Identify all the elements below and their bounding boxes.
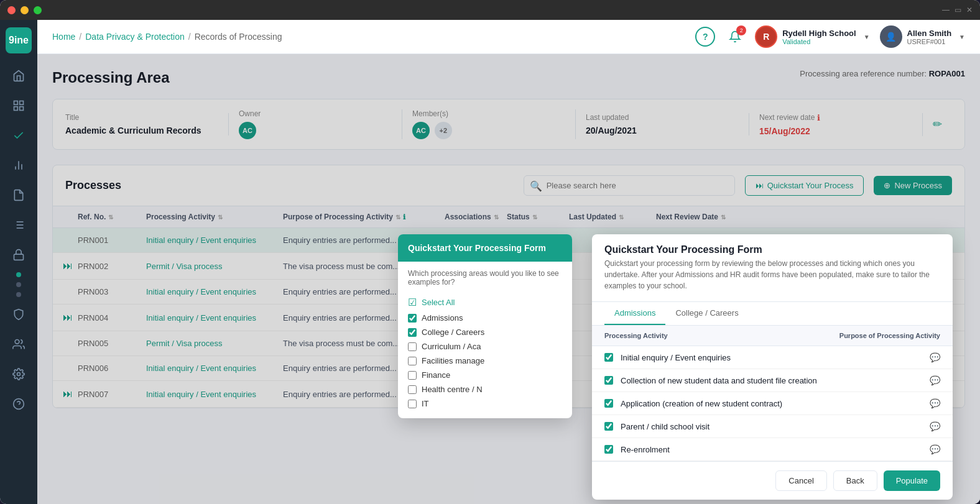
page-content: Processing Area Processing area referenc…: [37, 54, 980, 504]
modal-row-icon-3: 💬: [930, 398, 940, 408]
breadcrumb-sep-1: /: [79, 32, 81, 42]
checkbox-it[interactable]: IT: [408, 396, 562, 411]
main-modal-header: Quickstart Your Processing Form Quicksta…: [592, 234, 953, 302]
quickstart-panel-header: Quickstart Your Processing Form: [398, 234, 572, 262]
svg-rect-1: [20, 101, 24, 105]
svg-rect-2: [14, 107, 18, 111]
sidebar-item-shield[interactable]: [6, 302, 31, 327]
modal-row-4[interactable]: Parent / child school visit 💬: [592, 415, 953, 438]
svg-rect-3: [20, 107, 24, 111]
sidebar-item-tasks[interactable]: [6, 123, 31, 148]
school-status: Validated: [782, 38, 856, 45]
sidebar-dot-1: [16, 282, 21, 287]
svg-point-15: [17, 373, 21, 376]
back-button[interactable]: Back: [833, 470, 877, 491]
main-modal: Quickstart Your Processing Form Quicksta…: [592, 234, 953, 500]
modal-row-text-5: Re-enrolment: [621, 445, 922, 454]
sidebar-item-dashboard[interactable]: [6, 93, 31, 118]
breadcrumb: Home / Data Privacy & Protection / Recor…: [52, 32, 685, 42]
tab-admissions[interactable]: Admissions: [604, 302, 665, 325]
minimize-icon[interactable]: —: [942, 6, 950, 14]
user-ref: USREF#001: [907, 38, 952, 45]
modal-row-2[interactable]: Collection of new student data and stude…: [592, 369, 953, 392]
school-name: Rydell High School: [782, 29, 856, 38]
modal-row-text-3: Application (creation of new student con…: [621, 399, 922, 408]
sidebar-item-help[interactable]: [6, 392, 31, 416]
modal-row-5[interactable]: Re-enrolment 💬: [592, 438, 953, 461]
user-text: Allen Smith USREF#001: [907, 29, 952, 45]
svg-rect-0: [14, 101, 18, 105]
svg-point-14: [15, 340, 19, 344]
modal-row-1[interactable]: Initial enquiry / Event enquiries 💬: [592, 346, 953, 369]
modal-checkbox-3[interactable]: [604, 399, 613, 408]
notification-badge: 2: [736, 25, 746, 35]
main-modal-subtitle: Quickstart your processing form by revie…: [604, 258, 940, 291]
modal-row-text-2: Collection of new student data and stude…: [621, 376, 922, 385]
main-modal-title: Quickstart Your Processing Form: [604, 244, 940, 255]
modal-checkbox-4[interactable]: [604, 422, 613, 431]
modal-checkbox-1[interactable]: [604, 353, 613, 362]
help-button[interactable]: ?: [695, 27, 715, 47]
modal-checkbox-2[interactable]: [604, 376, 613, 385]
sidebar-item-lock[interactable]: [6, 242, 31, 267]
tab-college[interactable]: College / Careers: [665, 302, 748, 325]
quickstart-panel-body: Which processing areas would you like to…: [398, 262, 572, 418]
app-logo: 9ine: [6, 27, 32, 53]
sidebar-item-reports[interactable]: [6, 153, 31, 178]
sidebar-item-list[interactable]: [6, 213, 31, 237]
breadcrumb-privacy[interactable]: Data Privacy & Protection: [85, 32, 185, 42]
school-selector[interactable]: R Rydell High School Validated ▼: [755, 25, 869, 48]
notification-button[interactable]: 2: [725, 27, 745, 47]
sidebar-item-documents[interactable]: [6, 183, 31, 208]
modal-checkbox-5[interactable]: [604, 445, 613, 454]
checkbox-admissions[interactable]: Admissions: [408, 311, 562, 325]
user-selector[interactable]: 👤 Allen Smith USREF#001 ▼: [880, 25, 965, 48]
modal-container: Quickstart Your Processing Form Which pr…: [398, 234, 953, 500]
sidebar-dot-2: [16, 292, 21, 297]
checkbox-college[interactable]: College / Careers: [408, 325, 562, 339]
checkbox-curriculum[interactable]: Curriculum / Aca: [408, 339, 562, 354]
main-content: Home / Data Privacy & Protection / Recor…: [37, 20, 980, 504]
topbar: Home / Data Privacy & Protection / Recor…: [37, 20, 980, 54]
user-chevron: ▼: [959, 34, 965, 40]
sidebar-dot-active: [16, 272, 21, 277]
topbar-actions: ? 2 R Rydell High School Validated ▼: [695, 25, 965, 48]
checkbox-finance[interactable]: Finance: [408, 368, 562, 382]
modal-tabs: Admissions College / Careers: [592, 302, 953, 326]
modal-row-3[interactable]: Application (creation of new student con…: [592, 392, 953, 415]
modal-row-icon-5: 💬: [930, 444, 940, 454]
sidebar-item-settings[interactable]: [6, 362, 31, 387]
checkbox-select-all[interactable]: ☑ Select All: [408, 294, 562, 311]
sidebar-item-home[interactable]: [6, 63, 31, 88]
modal-th-purpose: Purpose of Processing Activity: [839, 332, 940, 339]
modal-row-icon-2: 💬: [930, 375, 940, 385]
modal-row-icon-1: 💬: [930, 352, 940, 362]
close-icon[interactable]: ✕: [966, 6, 973, 14]
populate-button[interactable]: Populate: [884, 470, 940, 491]
modal-table-header: Processing Activity Purpose of Processin…: [592, 326, 953, 346]
user-name: Allen Smith: [907, 29, 952, 38]
quickstart-panel-subtitle: Which processing areas would you like to…: [408, 269, 562, 286]
svg-rect-13: [14, 254, 24, 260]
cancel-button[interactable]: Cancel: [775, 470, 826, 491]
modal-row-text-1: Initial enquiry / Event enquiries: [621, 353, 922, 362]
school-chevron: ▼: [864, 34, 870, 40]
modal-row-icon-4: 💬: [930, 421, 940, 431]
minimize-btn[interactable]: [21, 6, 29, 14]
modal-footer: Cancel Back Populate: [592, 461, 953, 500]
school-avatar: R: [755, 25, 777, 48]
modal-th-activity: Processing Activity: [604, 332, 668, 339]
school-text: Rydell High School Validated: [782, 29, 856, 45]
fullscreen-icon[interactable]: ▭: [955, 6, 961, 14]
breadcrumb-records: Records of Processing: [195, 32, 282, 42]
sidebar-item-users[interactable]: [6, 332, 31, 357]
breadcrumb-home[interactable]: Home: [52, 32, 75, 42]
quickstart-panel: Quickstart Your Processing Form Which pr…: [398, 234, 572, 418]
maximize-btn[interactable]: [34, 6, 42, 14]
checkbox-health[interactable]: Health centre / N: [408, 382, 562, 396]
modal-row-text-4: Parent / child school visit: [621, 422, 922, 431]
checkbox-facilities[interactable]: Facilities manage: [408, 354, 562, 368]
sidebar: 9ine: [0, 20, 37, 504]
user-avatar: 👤: [880, 25, 902, 48]
close-btn[interactable]: [7, 6, 16, 14]
